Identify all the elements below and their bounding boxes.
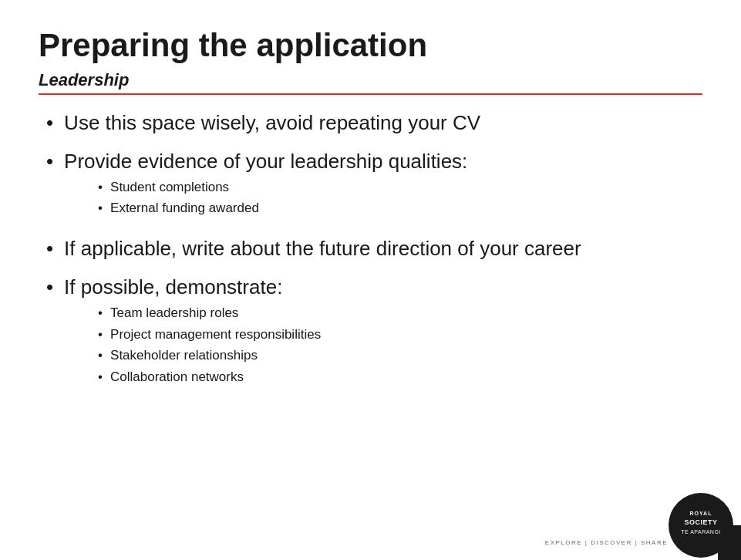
bullet-item-4: • If possible, demonstrate: • Team leade… [46, 275, 702, 393]
svg-text:TE APARANGI: TE APARANGI [681, 529, 721, 535]
sub-bullet-dot-4: • [98, 326, 103, 344]
bullet-dot-2: • [46, 149, 53, 175]
bullet-text-2: Provide evidence of your leadership qual… [64, 150, 467, 173]
sub-bullet-text-4: Project management responsibilities [110, 326, 321, 344]
sub-bullet-item-3: • Team leadership roles [98, 304, 321, 322]
bullet-text-4: If possible, demonstrate: [64, 275, 282, 299]
sub-bullet-dot-5: • [98, 346, 103, 365]
sub-bullet-dot-6: • [98, 368, 103, 386]
sub-bullet-item-6: • Collaboration networks [98, 368, 321, 386]
sub-bullets-2: • Student completions • External funding… [98, 178, 467, 218]
content-area: • Use this space wisely, avoid repeating… [39, 110, 702, 393]
slide-container: Preparing the application Leadership • U… [0, 0, 741, 560]
bullet-text-1: Use this space wisely, avoid repeating y… [64, 110, 480, 137]
bullet-dot-3: • [46, 236, 53, 262]
sub-bullet-item-2: • External funding awarded [98, 199, 467, 218]
bullet-dot-4: • [46, 275, 53, 301]
bottom-bar-text: EXPLORE | DISCOVER | SHARE [545, 539, 668, 546]
subtitle: Leadership [39, 70, 702, 90]
bullet-item-1: • Use this space wisely, avoid repeating… [46, 110, 702, 137]
logo-svg: ROYAL SOCIETY TE APARANGI [648, 491, 741, 560]
sub-bullet-text-6: Collaboration networks [110, 368, 244, 386]
bullet-item-2: • Provide evidence of your leadership qu… [46, 149, 702, 224]
svg-text:SOCIETY: SOCIETY [684, 518, 717, 526]
sub-bullet-dot-2: • [98, 199, 103, 218]
bullet-text-3: If applicable, write about the future di… [64, 236, 581, 262]
divider [39, 93, 702, 95]
sub-bullet-item-1: • Student completions [98, 178, 467, 197]
sub-bullet-dot-3: • [98, 304, 103, 322]
sub-bullet-text-1: Student completions [110, 178, 229, 197]
page-title: Preparing the application [39, 27, 702, 64]
sub-bullet-dot-1: • [98, 178, 103, 197]
sub-bullet-text-5: Stakeholder relationships [110, 346, 258, 365]
bullet-item-3: • If applicable, write about the future … [46, 236, 702, 262]
sub-bullet-text-2: External funding awarded [110, 199, 259, 218]
bullet-dot-1: • [46, 110, 53, 137]
sub-bullet-item-4: • Project management responsibilities [98, 326, 321, 344]
sub-bullets-4: • Team leadership roles • Project manage… [98, 304, 321, 386]
logo-wrapper: ROYAL SOCIETY TE APARANGI [648, 491, 741, 560]
sub-bullet-text-3: Team leadership roles [110, 304, 238, 322]
svg-rect-1 [718, 525, 741, 560]
sub-bullet-item-5: • Stakeholder relationships [98, 346, 321, 365]
svg-text:ROYAL: ROYAL [690, 511, 712, 516]
